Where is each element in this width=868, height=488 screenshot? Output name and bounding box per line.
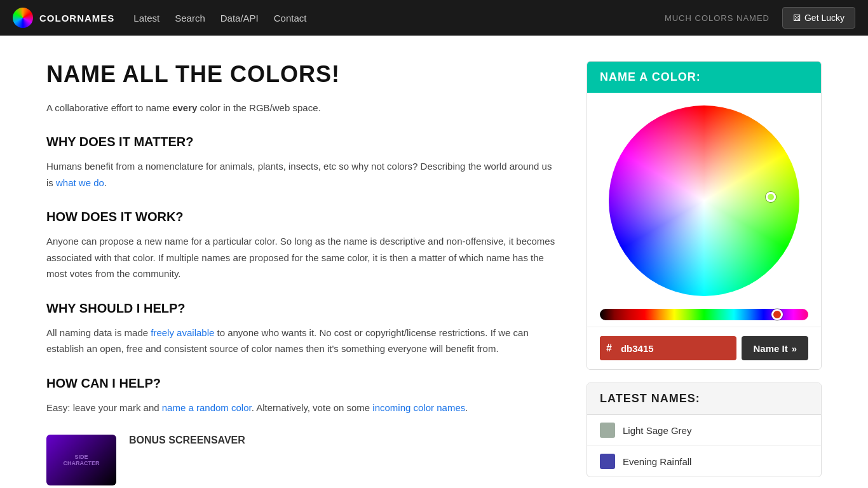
name-it-label: Name It: [753, 343, 787, 354]
color-wheel-cursor[interactable]: [766, 192, 776, 202]
bonus-img-label: SIDECHARACTER: [64, 454, 100, 466]
nav-link-dataapi[interactable]: Data/API: [220, 13, 259, 24]
hex-input[interactable]: [618, 337, 669, 360]
why-matter-text-prefix: Humans benefit from a nomenclature for a…: [46, 161, 552, 188]
what-we-do-link[interactable]: what we do: [56, 177, 104, 188]
color-card-title: NAME A COLOR:: [600, 71, 808, 84]
hue-slider-thumb[interactable]: [771, 309, 783, 320]
color-wheel-container[interactable]: [587, 93, 821, 309]
latest-card-title: LATEST NAMES:: [600, 392, 808, 405]
section-title-why-help: WHY SHOULD I HELP?: [46, 301, 561, 316]
why-help-prefix: All naming data is made: [46, 327, 151, 338]
section-body-why-help: All naming data is made freely available…: [46, 325, 561, 357]
why-matter-text-suffix: .: [104, 177, 107, 188]
sidebar: NAME A COLOR: # Name It »: [587, 61, 822, 485]
nav-links: Latest Search Data/API Contact: [133, 13, 306, 24]
nav-left: COLORNAMES Latest Search Data/API Contac…: [13, 8, 306, 28]
bonus-text: BONUS SCREENSAVER: [129, 435, 245, 450]
main-container: NAME ALL THE COLORS! A collaborative eff…: [21, 36, 847, 488]
hue-slider-track[interactable]: [600, 309, 808, 320]
latest-color-name-1: Evening Rainfall: [623, 456, 691, 467]
name-random-color-link[interactable]: name a random color: [162, 402, 252, 413]
intro-text: A collaborative effort to name every col…: [46, 100, 561, 116]
hex-hash-symbol: #: [600, 336, 618, 360]
section-body-how-work: Anyone can propose a new name for a part…: [46, 233, 561, 282]
how-help-middle: . Alternatively, vote on some: [252, 402, 373, 413]
how-help-prefix: Easy: leave your mark and: [46, 402, 162, 413]
list-item[interactable]: Evening Rainfall: [587, 446, 821, 477]
logo-icon: [13, 8, 33, 28]
how-help-suffix: .: [465, 402, 468, 413]
nav-link-latest[interactable]: Latest: [133, 13, 159, 24]
get-lucky-label: Get Lucky: [804, 13, 844, 23]
color-picker-card: NAME A COLOR: # Name It »: [587, 61, 822, 370]
hex-input-group[interactable]: #: [600, 336, 736, 360]
name-it-arrows: »: [792, 343, 797, 354]
latest-names-card: LATEST NAMES: Light Sage Grey Evening Ra…: [587, 383, 822, 477]
color-input-row: # Name It »: [587, 327, 821, 369]
navbar: COLORNAMES Latest Search Data/API Contac…: [0, 0, 868, 36]
page-title: NAME ALL THE COLORS!: [46, 61, 561, 88]
intro-bold: every: [172, 102, 197, 113]
bonus-image: SIDECHARACTER: [46, 435, 116, 485]
latest-card-header: LATEST NAMES:: [587, 383, 821, 415]
section-body-why-matter: Humans benefit from a nomenclature for a…: [46, 158, 561, 191]
latest-color-name-0: Light Sage Grey: [623, 425, 691, 436]
get-lucky-button[interactable]: ⚄ Get Lucky: [782, 7, 855, 29]
section-title-why-matter: WHY DOES IT MATTER?: [46, 135, 561, 149]
nav-right: MUCH COLORS NAMED ⚄ Get Lucky: [665, 7, 855, 29]
hue-slider-container[interactable]: [587, 309, 821, 327]
nav-logo[interactable]: COLORNAMES: [13, 8, 114, 28]
color-swatch-0: [600, 423, 615, 438]
dice-icon: ⚄: [793, 13, 801, 23]
color-wheel[interactable]: [609, 105, 799, 296]
nav-link-search[interactable]: Search: [175, 13, 205, 24]
logo-text: COLORNAMES: [39, 13, 114, 24]
bonus-section: SIDECHARACTER BONUS SCREENSAVER: [46, 435, 561, 485]
name-it-button[interactable]: Name It »: [742, 336, 808, 360]
nav-link-contact[interactable]: Contact: [274, 13, 307, 24]
freely-available-link[interactable]: freely available: [151, 327, 214, 338]
section-title-how-help: HOW CAN I HELP?: [46, 376, 561, 391]
color-card-header: NAME A COLOR:: [587, 62, 821, 93]
incoming-color-names-link[interactable]: incoming color names: [372, 402, 465, 413]
bonus-title: BONUS SCREENSAVER: [129, 435, 245, 446]
list-item[interactable]: Light Sage Grey: [587, 415, 821, 446]
main-content: NAME ALL THE COLORS! A collaborative eff…: [46, 61, 561, 485]
color-swatch-1: [600, 454, 615, 469]
section-body-how-help: Easy: leave your mark and name a random …: [46, 400, 561, 416]
nav-counter: MUCH COLORS NAMED: [665, 13, 770, 23]
section-title-how-work: HOW DOES IT WORK?: [46, 210, 561, 224]
